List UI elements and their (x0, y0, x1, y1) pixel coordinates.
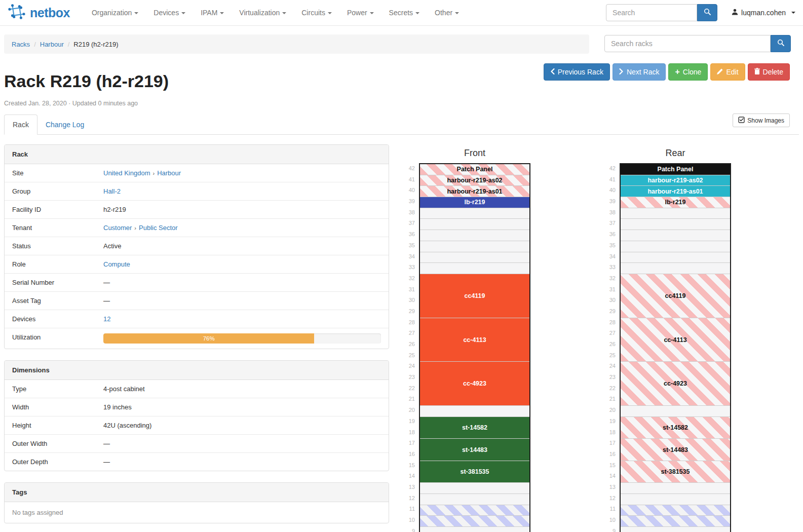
device-slot[interactable]: st-14483 (621, 439, 730, 461)
unit-number: 41 (400, 174, 415, 185)
rack-search-input[interactable] (604, 35, 771, 52)
breadcrumb-item[interactable]: Racks (12, 41, 30, 48)
nav-menu-item-ipam[interactable]: IPAM (193, 9, 232, 17)
row-value: 4-post cabinet (103, 380, 389, 398)
show-images-button[interactable]: Show Images (733, 113, 790, 127)
chevron-down-icon (455, 12, 459, 14)
device-slot[interactable]: cc-4923 (621, 362, 730, 406)
device-label: st-14483 (462, 446, 487, 453)
device-label: cc4119 (665, 292, 685, 299)
table-row: RoleCompute (5, 255, 389, 273)
value-text: Active (103, 242, 121, 250)
table-row: TenantCustomer›Public Sector (5, 218, 389, 237)
unit-number: 22 (400, 383, 415, 394)
tags-panel-header: Tags (5, 483, 389, 502)
device-slot[interactable]: st-14483 (420, 439, 529, 461)
rear-elevation-title: Rear (620, 148, 731, 159)
device-slot[interactable]: harbour-r219-as01 (420, 186, 529, 197)
device-label: cc4119 (464, 292, 485, 299)
rack-panel: Rack SiteUnited Kingdom›HarbourGroupHall… (4, 144, 389, 349)
link-chevron-separator: › (132, 225, 139, 231)
chevron-right-icon (619, 68, 624, 76)
unit-number: 15 (600, 460, 616, 471)
value-link[interactable]: Customer (103, 224, 132, 232)
table-row: Outer Depth— (5, 452, 389, 471)
nav-menu-item-secrets[interactable]: Secrets (381, 9, 427, 17)
breadcrumb-separator: / (30, 41, 40, 48)
reserved-slot (621, 516, 730, 527)
brand-name: netbox (30, 6, 70, 20)
device-slot[interactable]: st-14582 (621, 417, 730, 439)
nav-menu-item-virtualization[interactable]: Virtualization (232, 9, 294, 17)
tab-change-log[interactable]: Change Log (37, 115, 92, 134)
table-row: Width19 inches (5, 398, 389, 416)
device-label: Patch Panel (457, 166, 493, 173)
unit-number: 39 (400, 196, 415, 207)
unit-number: 32 (400, 273, 415, 284)
tab-rack[interactable]: Rack (4, 115, 37, 135)
device-slot[interactable]: lb-r219 (621, 197, 730, 208)
value-link[interactable]: Public Sector (139, 224, 178, 232)
empty-slot (420, 527, 529, 532)
empty-slot (621, 241, 730, 252)
dimensions-panel-header: Dimensions (5, 361, 389, 380)
value-link[interactable]: Hall-2 (103, 187, 121, 195)
global-search-input[interactable] (606, 4, 697, 21)
nav-menu-label: Devices (154, 9, 179, 17)
row-label: Tenant (5, 219, 103, 237)
device-slot[interactable]: lb-r219 (420, 197, 529, 208)
device-slot[interactable]: Patch Panel (420, 164, 529, 175)
nav-menu-item-devices[interactable]: Devices (146, 9, 193, 17)
front-elevation: Front 4241403938373635343332313029282726… (400, 148, 530, 532)
user-menu[interactable]: luqman.cohen (732, 9, 795, 17)
next-rack-button[interactable]: Next Rack (613, 63, 666, 81)
device-slot[interactable]: cc4119 (420, 274, 529, 318)
edit-button[interactable]: Edit (710, 63, 745, 81)
reserved-slot (621, 505, 730, 516)
device-label: Patch Panel (658, 166, 694, 173)
row-label: Group (5, 182, 103, 200)
unit-number: 28 (400, 317, 415, 328)
row-label: Devices (5, 310, 103, 328)
rack-panel-header: Rack (5, 145, 389, 164)
device-label: st-381535 (461, 468, 489, 475)
rack-search-button[interactable] (771, 35, 791, 52)
empty-slot (420, 241, 529, 252)
row-value: 76% (103, 328, 389, 349)
breadcrumb-item[interactable]: Harbour (40, 41, 64, 48)
device-slot[interactable]: cc4119 (621, 274, 730, 318)
unit-number: 25 (400, 350, 415, 361)
value-link[interactable]: 12 (103, 315, 110, 323)
nav-menu-item-power[interactable]: Power (339, 9, 381, 17)
device-slot[interactable]: cc-4113 (420, 318, 529, 362)
netbox-brand[interactable]: netbox (8, 3, 70, 23)
nav-menu-item-other[interactable]: Other (427, 9, 467, 17)
nav-menu-item-organization[interactable]: Organization (84, 9, 146, 17)
delete-button[interactable]: Delete (748, 63, 790, 81)
value-link[interactable]: United Kingdom (103, 169, 150, 177)
clone-button[interactable]: + Clone (668, 63, 708, 81)
unit-number: 16 (600, 449, 616, 460)
device-slot[interactable]: harbour-r219-as01 (621, 186, 730, 197)
global-search-button[interactable] (697, 4, 717, 21)
device-label: st-14582 (663, 424, 688, 431)
value-link[interactable]: Compute (103, 260, 130, 268)
device-slot[interactable]: st-14582 (420, 417, 529, 439)
table-row: SiteUnited Kingdom›Harbour (5, 164, 389, 182)
previous-rack-button[interactable]: Previous Rack (544, 63, 610, 81)
unit-number: 23 (600, 372, 616, 383)
device-slot[interactable]: harbour-r219-as02 (621, 175, 730, 186)
unit-number: 14 (400, 471, 415, 482)
device-slot[interactable]: st-381535 (420, 461, 529, 483)
unit-number: 21 (600, 394, 616, 405)
nav-menu-item-circuits[interactable]: Circuits (294, 9, 339, 17)
value-text: 19 inches (103, 403, 132, 411)
unit-number: 36 (600, 229, 616, 240)
device-slot[interactable]: st-381535 (621, 461, 730, 483)
device-slot[interactable]: harbour-r219-as02 (420, 175, 529, 186)
search-icon (777, 39, 784, 48)
device-slot[interactable]: Patch Panel (621, 164, 730, 175)
device-slot[interactable]: cc-4113 (621, 318, 730, 362)
value-link[interactable]: Harbour (157, 169, 181, 177)
device-slot[interactable]: cc-4923 (420, 362, 529, 406)
